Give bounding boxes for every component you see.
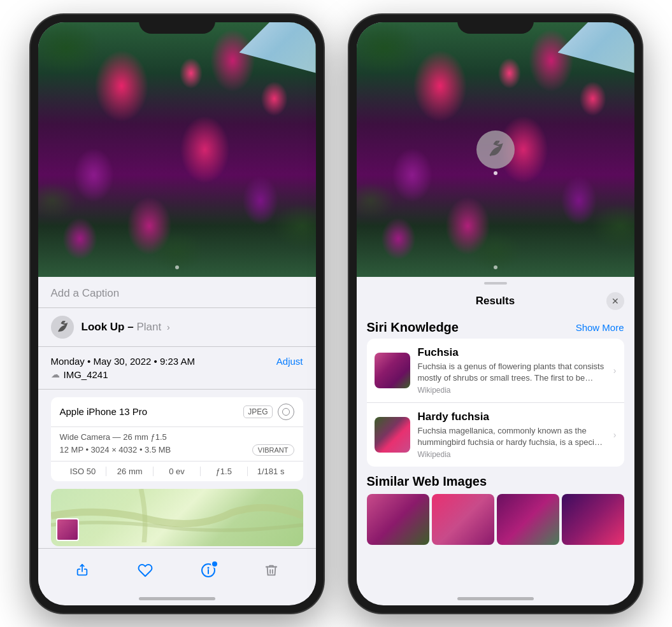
visual-lookup-icon: [487, 141, 504, 159]
show-more-button[interactable]: Show More: [576, 322, 624, 333]
sheet-title: Results: [385, 295, 606, 307]
toolbar: [38, 548, 316, 597]
trash-button[interactable]: [257, 556, 285, 584]
phone-frame-right: Results ✕ Siri Knowledge Show More Fuchs…: [349, 15, 642, 613]
map-roads: [51, 489, 303, 543]
device-name: Apple iPhone 13 Pro: [60, 406, 148, 417]
device-specs: Wide Camera — 26 mm ƒ1.5 12 MP • 3024 × …: [51, 427, 303, 461]
hardy-thumbnail: [375, 417, 410, 453]
meta-date: Monday • May 30, 2022 • 9:23 AM: [51, 356, 195, 367]
exif-ev: 0 ev: [154, 467, 201, 476]
lookup-row[interactable]: Look Up – Plant ›: [38, 308, 316, 347]
hardy-source: Wikipedia: [418, 450, 606, 459]
device-badges: JPEG: [243, 404, 294, 420]
lens-icon: [278, 404, 294, 420]
results-sheet: Results ✕ Siri Knowledge Show More Fuchs…: [357, 277, 634, 597]
notch-left: [139, 15, 215, 34]
hardy-chevron: ›: [613, 430, 617, 440]
camera-lens-spec: Wide Camera — 26 mm ƒ1.5: [60, 432, 294, 442]
photo-area-right[interactable]: [357, 22, 634, 277]
map-thumbnail: [56, 518, 79, 541]
lookup-icon-circle: [51, 316, 74, 339]
camera-specs: 12 MP • 3024 × 4032 • 3.5 MB: [60, 445, 171, 454]
heart-button[interactable]: [131, 556, 159, 584]
knowledge-item-fuchsia[interactable]: Fuchsia Fuchsia is a genus of flowering …: [367, 339, 624, 403]
hardy-content: Hardy fuchsia Fuchsia magellanica, commo…: [418, 411, 606, 459]
lookup-chevron: ›: [167, 322, 170, 332]
fuchsia-content: Fuchsia Fuchsia is a genus of flowering …: [418, 346, 606, 395]
info-area: Add a Caption Look Up – Plant › Mon: [38, 277, 316, 548]
fuchsia-title: Fuchsia: [418, 346, 606, 359]
similar-img-1[interactable]: [367, 494, 429, 545]
leaf-icon: [56, 321, 69, 334]
visual-lookup-dot: [494, 171, 497, 175]
fuchsia-chevron: ›: [613, 365, 617, 376]
format-badge: JPEG: [243, 405, 272, 418]
map-area[interactable]: [51, 489, 303, 546]
siri-knowledge-title: Siri Knowledge: [367, 320, 459, 335]
fuchsia-source: Wikipedia: [418, 386, 606, 395]
fuchsia-thumbnail: [375, 353, 410, 388]
fuchsia-thumb-bg: [375, 353, 410, 388]
info-badge: [211, 560, 218, 568]
device-header: Apple iPhone 13 Pro JPEG: [51, 397, 303, 427]
similar-img-3[interactable]: [497, 494, 559, 545]
photo-area-left[interactable]: [38, 22, 316, 277]
cloud-icon: ☁: [51, 369, 60, 379]
knowledge-card: Fuchsia Fuchsia is a genus of flowering …: [367, 339, 624, 467]
fuchsia-desc: Fuchsia is a genus of flowering plants t…: [418, 361, 606, 384]
similar-section: Similar Web Images: [357, 469, 634, 549]
exif-row: ISO 50 26 mm 0 ev ƒ1.5 1/181 s: [51, 461, 303, 481]
adjust-button[interactable]: Adjust: [276, 356, 303, 367]
lookup-label: Look Up – Plant ›: [82, 321, 170, 334]
home-indicator-left: [139, 597, 215, 600]
exif-shutter: 1/181 s: [248, 467, 294, 476]
phone-frame-left: Add a Caption Look Up – Plant › Mon: [31, 15, 324, 613]
sheet-header: Results ✕: [357, 285, 634, 315]
visual-lookup-button[interactable]: [476, 130, 515, 169]
exif-aperture: ƒ1.5: [201, 467, 248, 476]
notch-right: [457, 15, 534, 34]
similar-img-2[interactable]: [432, 494, 494, 545]
similar-img-4[interactable]: [562, 494, 624, 545]
share-icon: [75, 563, 89, 577]
vibrant-badge: VIBRANT: [252, 444, 294, 456]
close-button[interactable]: ✕: [606, 292, 624, 310]
siri-knowledge-header: Siri Knowledge Show More: [357, 315, 634, 339]
meta-filename: IMG_4241: [64, 369, 108, 380]
phone-screen-left: Add a Caption Look Up – Plant › Mon: [38, 22, 316, 605]
similar-images-grid: [367, 494, 624, 545]
hardy-desc: Fuchsia magellanica, commonly known as t…: [418, 425, 606, 448]
device-section: Apple iPhone 13 Pro JPEG Wide Camera — 2…: [51, 397, 303, 481]
exif-iso: ISO 50: [60, 467, 107, 476]
hardy-title: Hardy fuchsia: [418, 411, 606, 423]
photo-page-dot: [175, 265, 179, 269]
caption-placeholder[interactable]: Add a Caption: [51, 287, 120, 299]
exif-focal: 26 mm: [106, 467, 154, 476]
meta-section: Monday • May 30, 2022 • 9:23 AM Adjust ☁…: [38, 347, 316, 390]
heart-icon: [138, 563, 153, 578]
trash-icon: [264, 563, 278, 577]
hardy-thumb-bg: [375, 417, 410, 453]
phone-screen-right: Results ✕ Siri Knowledge Show More Fuchs…: [357, 22, 634, 605]
info-button[interactable]: [194, 556, 222, 584]
knowledge-item-hardy[interactable]: Hardy fuchsia Fuchsia magellanica, commo…: [367, 403, 624, 467]
share-button[interactable]: [68, 556, 96, 584]
similar-title: Similar Web Images: [367, 474, 624, 489]
lens-inner: [282, 408, 290, 416]
home-indicator-right: [457, 597, 534, 600]
photo-page-dot-right: [494, 265, 497, 269]
caption-area[interactable]: Add a Caption: [38, 277, 316, 308]
